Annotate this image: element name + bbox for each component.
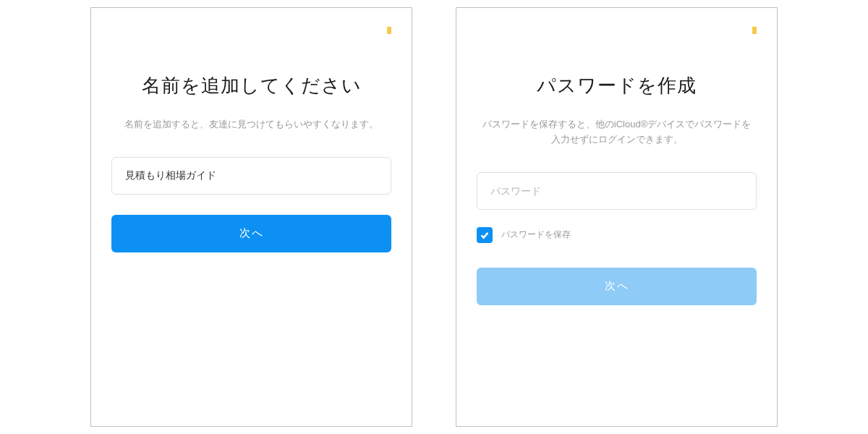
create-password-title: パスワードを作成 [537,73,697,98]
add-name-panel: 名前を追加してください 名前を追加すると、友達に見つけてもらいやすくなります。 … [90,7,412,427]
password-input[interactable] [477,172,757,210]
create-password-subtitle: パスワードを保存すると、他のiCloud®デバイスでパスワードを入力せずにログイ… [480,117,754,148]
next-button[interactable]: 次へ [477,268,757,305]
checkmark-icon [480,230,490,240]
add-name-content: 名前を追加してください 名前を追加すると、友達に見つけてもらいやすくなります。 … [111,8,391,252]
status-indicator-icon [387,27,391,34]
save-password-label: パスワードを保存 [501,229,571,241]
name-input[interactable] [111,157,391,195]
create-password-content: パスワードを作成 パスワードを保存すると、他のiCloud®デバイスでパスワード… [477,8,757,305]
next-button[interactable]: 次へ [111,215,391,252]
save-password-checkbox[interactable] [477,227,493,243]
add-name-title: 名前を追加してください [142,73,362,98]
create-password-panel: パスワードを作成 パスワードを保存すると、他のiCloud®デバイスでパスワード… [456,7,778,427]
add-name-subtitle: 名前を追加すると、友達に見つけてもらいやすくなります。 [124,117,378,132]
save-password-row: パスワードを保存 [477,227,757,243]
status-indicator-icon [752,27,757,34]
